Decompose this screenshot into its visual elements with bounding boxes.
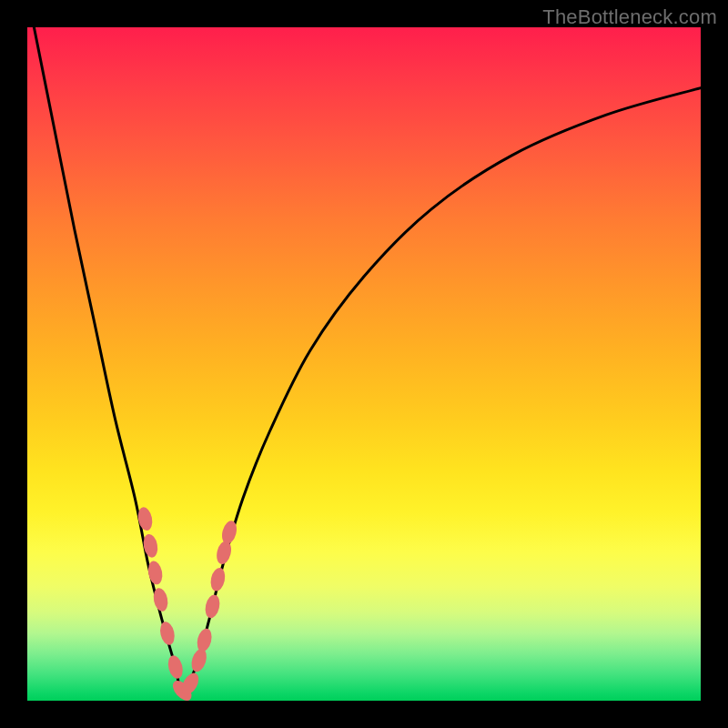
chart-frame: TheBottleneck.com xyxy=(0,0,728,728)
bottleneck-curve xyxy=(34,27,701,694)
watermark-text: TheBottleneck.com xyxy=(542,5,717,29)
marker-dot xyxy=(195,627,214,653)
highlighted-points xyxy=(136,506,239,704)
marker-dot xyxy=(208,567,227,593)
bottleneck-curve-path xyxy=(34,27,701,694)
marker-dot xyxy=(203,593,221,620)
marker-dot xyxy=(166,654,185,681)
curve-layer xyxy=(27,27,701,701)
marker-dot xyxy=(142,533,160,559)
marker-dot xyxy=(189,647,209,673)
plot-area xyxy=(27,27,701,701)
marker-dot xyxy=(215,540,234,566)
marker-dot xyxy=(158,621,177,647)
